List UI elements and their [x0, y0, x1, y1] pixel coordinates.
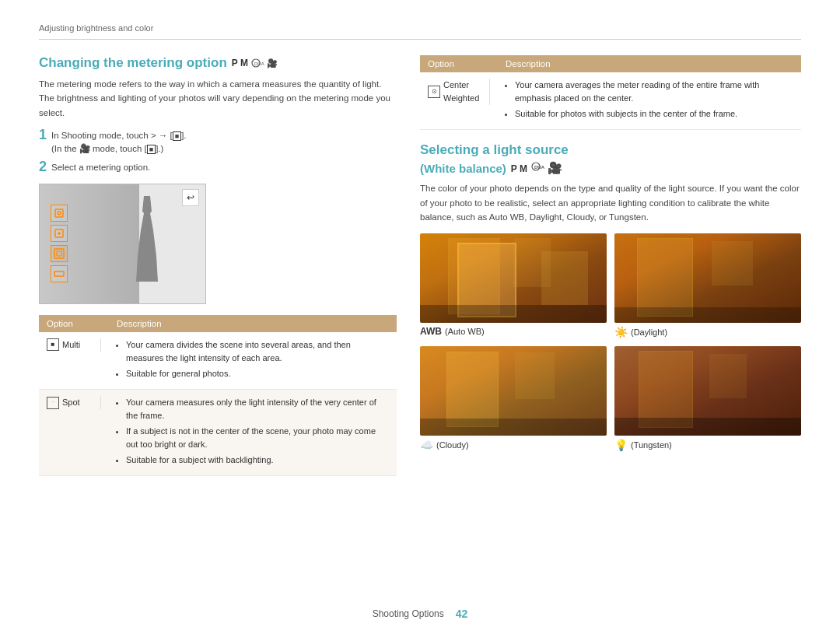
table-row: ⊙ CenterWeighted Your camera averages th… [420, 72, 801, 130]
table-row: ■ Multi Your camera divides the scene in… [39, 332, 397, 390]
section1-title: Changing the metering option P M DUAL 🎥 [39, 55, 397, 71]
section2-title: Selecting a light source [420, 142, 801, 158]
step1: 1 In Shooting mode, touch > → [■]. (In t… [39, 129, 397, 156]
section1-description: The metering mode refers to the way in w… [39, 77, 397, 120]
photo-tungsten: 💡 (Tungsten) [614, 346, 801, 451]
footer: Shooting Options 42 [0, 608, 840, 620]
mode-icons-left: P M DUAL 🎥 [232, 58, 278, 68]
footer-page: 42 [456, 608, 468, 620]
breadcrumb: Adjusting brightness and color [39, 23, 801, 40]
photo-label-cloudy: ☁️ (Cloudy) [420, 439, 607, 451]
dual-icon-right: DUAL [530, 162, 544, 172]
svg-rect-2 [55, 209, 63, 217]
photo-label-daylight: ☀️ (Daylight) [614, 326, 801, 338]
table-header-description: Description [109, 315, 397, 332]
svg-rect-8 [54, 271, 64, 276]
svg-point-3 [58, 212, 61, 215]
photo-cloudy: ☁️ (Cloudy) [420, 346, 607, 451]
dual-icon: DUAL [250, 58, 264, 68]
preview-back-button[interactable]: ↩ [182, 189, 199, 206]
step2: 2 Select a metering option. [39, 161, 397, 174]
wb-subtitle: (White balance) P M DUAL 🎥 [420, 161, 801, 175]
svg-text:DUAL: DUAL [254, 61, 264, 66]
footer-label: Shooting Options [373, 608, 444, 619]
table-header-option: Option [39, 315, 109, 332]
right-table-container: Option Description ⊙ CenterWeighted [420, 55, 801, 130]
center-weighted-table: Option Description ⊙ CenterWeighted [420, 55, 801, 130]
page: Adjusting brightness and color Changing … [0, 0, 840, 634]
svg-text:DUAL: DUAL [534, 165, 544, 170]
steps: 1 In Shooting mode, touch > → [■]. (In t… [39, 129, 397, 174]
right-table-header-option: Option [420, 55, 498, 72]
metering-options [51, 205, 68, 282]
photo-daylight: ☀️ (Daylight) [614, 233, 801, 338]
photo-label-auto-wb: AWB (Auto WB) [420, 326, 607, 337]
svg-rect-7 [57, 251, 61, 256]
right-column: Option Description ⊙ CenterWeighted [420, 55, 801, 489]
photo-auto-wb: AWB (Auto WB) [420, 233, 607, 338]
photo-grid: AWB (Auto WB) ☀️ (Dayl [420, 233, 801, 451]
mode-icons-right: P M DUAL 🎥 [511, 161, 562, 175]
svg-rect-6 [54, 249, 64, 258]
table-row: · Spot Your camera measures only the lig… [39, 390, 397, 476]
svg-point-5 [58, 233, 60, 234]
left-column: Changing the metering option P M DUAL 🎥 … [39, 55, 397, 489]
photo-label-tungsten: 💡 (Tungsten) [614, 439, 801, 451]
content-area: Changing the metering option P M DUAL 🎥 … [39, 55, 801, 489]
metering-option-table: Option Description ■ Multi [39, 315, 397, 476]
camera-preview: ↩ [39, 184, 206, 304]
section2-description: The color of your photo depends on the t… [420, 181, 801, 224]
right-table-header-description: Description [498, 55, 801, 72]
